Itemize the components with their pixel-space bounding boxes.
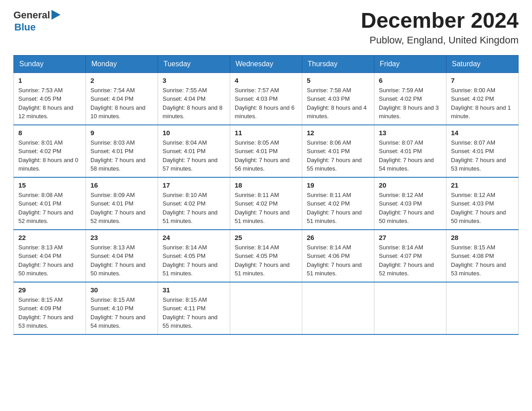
page-title: December 2024 — [361, 9, 519, 33]
calendar-cell: 29 Sunrise: 8:15 AM Sunset: 4:09 PM Dayl… — [14, 282, 86, 334]
day-info: Sunrise: 8:09 AM Sunset: 4:01 PM Dayligh… — [90, 191, 153, 226]
calendar-cell: 22 Sunrise: 8:13 AM Sunset: 4:04 PM Dayl… — [14, 230, 86, 282]
calendar-cell: 19 Sunrise: 8:11 AM Sunset: 4:02 PM Dayl… — [302, 177, 374, 230]
day-info: Sunrise: 8:01 AM Sunset: 4:02 PM Dayligh… — [18, 138, 81, 173]
svg-marker-0 — [51, 10, 60, 20]
calendar-cell: 28 Sunrise: 8:15 AM Sunset: 4:08 PM Dayl… — [446, 230, 519, 282]
day-number: 21 — [451, 181, 514, 189]
day-info: Sunrise: 8:06 AM Sunset: 4:01 PM Dayligh… — [307, 138, 369, 173]
calendar-cell: 24 Sunrise: 8:14 AM Sunset: 4:05 PM Dayl… — [158, 230, 230, 282]
day-info: Sunrise: 8:04 AM Sunset: 4:01 PM Dayligh… — [163, 138, 225, 173]
day-number: 24 — [163, 234, 225, 241]
day-number: 5 — [307, 77, 369, 84]
day-info: Sunrise: 8:15 AM Sunset: 4:11 PM Dayligh… — [163, 295, 225, 330]
header-cell-tuesday: Tuesday — [158, 55, 230, 73]
day-number: 11 — [235, 129, 297, 137]
logo-arrow-icon — [51, 10, 60, 20]
calendar-cell: 3 Sunrise: 7:55 AM Sunset: 4:04 PM Dayli… — [158, 73, 230, 125]
header-cell-thursday: Thursday — [302, 55, 374, 73]
calendar-cell: 6 Sunrise: 7:59 AM Sunset: 4:02 PM Dayli… — [374, 73, 446, 125]
header-cell-saturday: Saturday — [446, 55, 519, 73]
day-info: Sunrise: 7:54 AM Sunset: 4:04 PM Dayligh… — [90, 86, 153, 121]
day-number: 3 — [163, 77, 225, 84]
day-info: Sunrise: 7:58 AM Sunset: 4:03 PM Dayligh… — [307, 86, 369, 121]
calendar-cell: 1 Sunrise: 7:53 AM Sunset: 4:05 PM Dayli… — [14, 73, 86, 125]
calendar-cell: 15 Sunrise: 8:08 AM Sunset: 4:01 PM Dayl… — [14, 177, 86, 230]
day-info: Sunrise: 8:11 AM Sunset: 4:02 PM Dayligh… — [235, 191, 297, 226]
calendar-cell: 17 Sunrise: 8:10 AM Sunset: 4:02 PM Dayl… — [158, 177, 230, 230]
page-header: General Blue December 2024 Publow, Engla… — [13, 9, 519, 46]
calendar-cell: 12 Sunrise: 8:06 AM Sunset: 4:01 PM Dayl… — [302, 125, 374, 177]
day-info: Sunrise: 8:14 AM Sunset: 4:07 PM Dayligh… — [379, 243, 442, 278]
header-cell-friday: Friday — [374, 55, 446, 73]
calendar-header-row: SundayMondayTuesdayWednesdayThursdayFrid… — [14, 55, 519, 73]
day-number: 12 — [307, 129, 369, 137]
calendar-cell: 31 Sunrise: 8:15 AM Sunset: 4:11 PM Dayl… — [158, 282, 230, 334]
day-info: Sunrise: 8:14 AM Sunset: 4:06 PM Dayligh… — [307, 243, 369, 278]
day-info: Sunrise: 8:13 AM Sunset: 4:04 PM Dayligh… — [90, 243, 153, 278]
day-info: Sunrise: 8:03 AM Sunset: 4:01 PM Dayligh… — [90, 138, 153, 173]
calendar-week-row: 29 Sunrise: 8:15 AM Sunset: 4:09 PM Dayl… — [14, 282, 519, 334]
calendar-week-row: 1 Sunrise: 7:53 AM Sunset: 4:05 PM Dayli… — [14, 73, 519, 125]
day-number: 29 — [18, 286, 81, 294]
day-number: 6 — [379, 77, 442, 84]
logo-general-text: General — [13, 9, 50, 21]
calendar-cell: 21 Sunrise: 8:12 AM Sunset: 4:03 PM Dayl… — [446, 177, 519, 230]
calendar-cell: 27 Sunrise: 8:14 AM Sunset: 4:07 PM Dayl… — [374, 230, 446, 282]
calendar-cell: 14 Sunrise: 8:07 AM Sunset: 4:01 PM Dayl… — [446, 125, 519, 177]
calendar-cell — [446, 282, 519, 334]
day-info: Sunrise: 8:15 AM Sunset: 4:10 PM Dayligh… — [90, 295, 153, 330]
day-info: Sunrise: 7:57 AM Sunset: 4:03 PM Dayligh… — [235, 86, 297, 121]
day-info: Sunrise: 8:08 AM Sunset: 4:01 PM Dayligh… — [18, 191, 81, 226]
day-number: 14 — [451, 129, 514, 137]
calendar-cell: 10 Sunrise: 8:04 AM Sunset: 4:01 PM Dayl… — [158, 125, 230, 177]
calendar-week-row: 8 Sunrise: 8:01 AM Sunset: 4:02 PM Dayli… — [14, 125, 519, 177]
day-number: 26 — [307, 234, 369, 241]
day-info: Sunrise: 7:53 AM Sunset: 4:05 PM Dayligh… — [18, 86, 81, 121]
day-number: 7 — [451, 77, 514, 84]
calendar-cell: 5 Sunrise: 7:58 AM Sunset: 4:03 PM Dayli… — [302, 73, 374, 125]
calendar-cell: 11 Sunrise: 8:05 AM Sunset: 4:01 PM Dayl… — [230, 125, 302, 177]
day-number: 23 — [90, 234, 153, 241]
calendar-cell: 23 Sunrise: 8:13 AM Sunset: 4:04 PM Dayl… — [86, 230, 158, 282]
calendar-cell — [374, 282, 446, 334]
day-number: 16 — [90, 181, 153, 189]
day-info: Sunrise: 8:14 AM Sunset: 4:05 PM Dayligh… — [235, 243, 297, 278]
calendar-cell: 16 Sunrise: 8:09 AM Sunset: 4:01 PM Dayl… — [86, 177, 158, 230]
header-cell-wednesday: Wednesday — [230, 55, 302, 73]
day-number: 18 — [235, 181, 297, 189]
calendar-cell: 2 Sunrise: 7:54 AM Sunset: 4:04 PM Dayli… — [86, 73, 158, 125]
day-number: 15 — [18, 181, 81, 189]
day-number: 8 — [18, 129, 81, 137]
day-info: Sunrise: 7:55 AM Sunset: 4:04 PM Dayligh… — [163, 86, 225, 121]
day-number: 17 — [163, 181, 225, 189]
day-info: Sunrise: 8:12 AM Sunset: 4:03 PM Dayligh… — [451, 191, 514, 226]
calendar-cell: 4 Sunrise: 7:57 AM Sunset: 4:03 PM Dayli… — [230, 73, 302, 125]
header-cell-sunday: Sunday — [14, 55, 86, 73]
day-number: 27 — [379, 234, 442, 241]
calendar-cell: 13 Sunrise: 8:07 AM Sunset: 4:01 PM Dayl… — [374, 125, 446, 177]
day-number: 9 — [90, 129, 153, 137]
day-info: Sunrise: 8:00 AM Sunset: 4:02 PM Dayligh… — [451, 86, 514, 121]
day-info: Sunrise: 8:14 AM Sunset: 4:05 PM Dayligh… — [163, 243, 225, 278]
day-info: Sunrise: 8:12 AM Sunset: 4:03 PM Dayligh… — [379, 191, 442, 226]
day-number: 22 — [18, 234, 81, 241]
day-info: Sunrise: 8:07 AM Sunset: 4:01 PM Dayligh… — [379, 138, 442, 173]
calendar-cell: 7 Sunrise: 8:00 AM Sunset: 4:02 PM Dayli… — [446, 73, 519, 125]
day-number: 31 — [163, 286, 225, 294]
day-number: 1 — [18, 77, 81, 84]
day-info: Sunrise: 8:10 AM Sunset: 4:02 PM Dayligh… — [163, 191, 225, 226]
calendar-cell: 25 Sunrise: 8:14 AM Sunset: 4:05 PM Dayl… — [230, 230, 302, 282]
calendar-cell: 26 Sunrise: 8:14 AM Sunset: 4:06 PM Dayl… — [302, 230, 374, 282]
day-number: 2 — [90, 77, 153, 84]
day-number: 20 — [379, 181, 442, 189]
calendar-week-row: 15 Sunrise: 8:08 AM Sunset: 4:01 PM Dayl… — [14, 177, 519, 230]
day-info: Sunrise: 8:15 AM Sunset: 4:08 PM Dayligh… — [451, 243, 514, 278]
day-number: 28 — [451, 234, 514, 241]
day-info: Sunrise: 8:07 AM Sunset: 4:01 PM Dayligh… — [451, 138, 514, 173]
day-number: 25 — [235, 234, 297, 241]
page-subtitle: Publow, England, United Kingdom — [361, 34, 519, 46]
logo: General Blue — [13, 9, 60, 33]
day-number: 19 — [307, 181, 369, 189]
day-number: 4 — [235, 77, 297, 84]
